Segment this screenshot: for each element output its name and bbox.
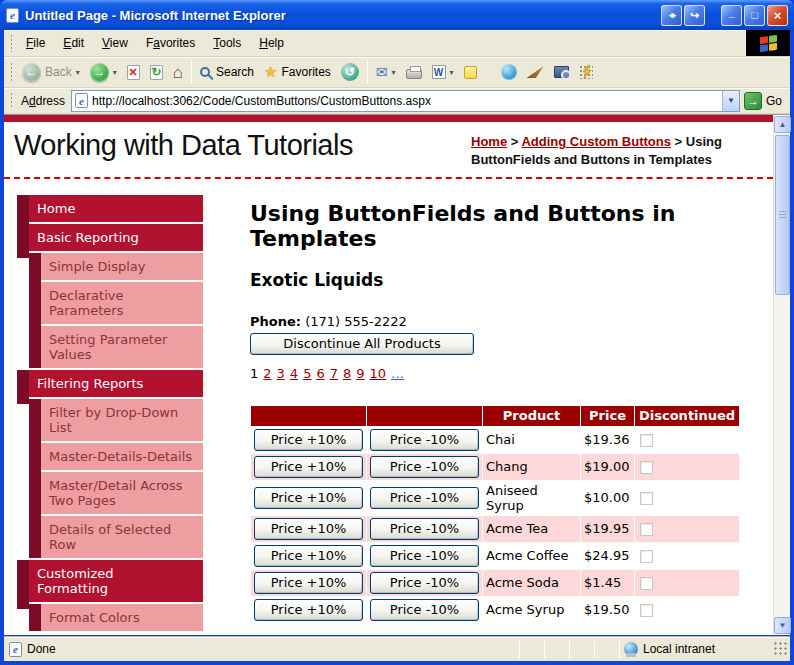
- browser-window: Untitled Page - Microsoft Internet Explo…: [0, 0, 794, 665]
- price-minus-button[interactable]: Price -10%: [370, 572, 479, 594]
- pager-page-link[interactable]: 3: [277, 366, 285, 381]
- price-cell: $24.95: [581, 542, 635, 569]
- mail-button[interactable]: ✉ ▾: [371, 61, 401, 83]
- sidebar-item-basic-reporting[interactable]: Basic Reporting: [17, 224, 203, 251]
- menu-item-edit[interactable]: Edit: [54, 32, 93, 54]
- titlebar[interactable]: Untitled Page - Microsoft Internet Explo…: [0, 0, 794, 30]
- menubar-grip-handle[interactable]: [10, 34, 13, 52]
- stop-button[interactable]: [122, 62, 145, 83]
- refresh-button[interactable]: [145, 62, 168, 83]
- discontinued-checkbox[interactable]: [640, 604, 653, 617]
- price-plus-button[interactable]: Price +10%: [254, 456, 363, 478]
- pager-more-link[interactable]: …: [391, 366, 404, 381]
- web-components-button[interactable]: [574, 62, 598, 82]
- search-button[interactable]: Search: [195, 62, 259, 82]
- price-minus-button[interactable]: Price -10%: [370, 456, 479, 478]
- pager-page-link[interactable]: 5: [303, 366, 311, 381]
- address-input[interactable]: http://localhost:3062/Code/CustomButtons…: [71, 90, 740, 112]
- browse-web-button[interactable]: [496, 61, 522, 83]
- discontinued-checkbox[interactable]: [640, 577, 653, 590]
- address-dropdown-button[interactable]: ▼: [722, 91, 739, 111]
- price-plus-button[interactable]: Price +10%: [254, 545, 363, 567]
- menu-item-view[interactable]: View: [93, 32, 137, 54]
- pager-page-link[interactable]: 6: [316, 366, 324, 381]
- print-button[interactable]: [401, 62, 427, 82]
- sidebar-item-details-of-selected-row[interactable]: Details of Selected Row: [41, 516, 203, 558]
- sidebar-item-master-details-details[interactable]: Master-Details-Details: [41, 443, 203, 470]
- sidebar-item-filter-by-drop-down-list[interactable]: Filter by Drop-Down List: [41, 399, 203, 441]
- breadcrumb-link[interactable]: Adding Custom Buttons: [521, 134, 670, 149]
- address-url[interactable]: http://localhost:3062/Code/CustomButtons…: [92, 94, 718, 108]
- pager-page-link[interactable]: 4: [290, 366, 298, 381]
- discontinue-all-button[interactable]: Discontinue All Products: [250, 333, 474, 355]
- edit-with-word-button[interactable]: ▾: [427, 62, 459, 82]
- price-minus-button[interactable]: Price -10%: [370, 518, 479, 540]
- discontinued-checkbox[interactable]: [640, 434, 653, 447]
- reference-button[interactable]: [549, 63, 574, 81]
- pager-page-link[interactable]: 8: [343, 366, 351, 381]
- price-minus-button[interactable]: Price -10%: [370, 599, 479, 621]
- discontinued-checkbox[interactable]: [640, 523, 653, 536]
- content-row: HomeBasic ReportingSimple DisplayDeclara…: [4, 179, 773, 633]
- scroll-up-button[interactable]: ▲: [774, 116, 791, 133]
- sidebar-item-customized-formatting[interactable]: Customized Formatting: [17, 560, 203, 602]
- price-plus-button[interactable]: Price +10%: [254, 487, 363, 509]
- mail-dropdown-chevron-icon[interactable]: ▾: [392, 68, 396, 77]
- menu-item-tools[interactable]: Tools: [204, 32, 250, 54]
- vertical-scrollbar[interactable]: ▲ ▼: [773, 115, 790, 635]
- history-button[interactable]: [336, 60, 364, 84]
- price-minus-button[interactable]: Price -10%: [370, 545, 479, 567]
- sidebar-item-master-detail-across-two-pages[interactable]: Master/Detail Across Two Pages: [41, 472, 203, 514]
- minimize-icon: _: [728, 6, 734, 18]
- menu-item-file[interactable]: File: [17, 32, 54, 54]
- sidebar-item-format-colors[interactable]: Format Colors: [41, 604, 203, 631]
- menu-item-favorites[interactable]: Favorites: [137, 32, 204, 54]
- zone-text: Local intranet: [643, 642, 715, 656]
- page-content: Working with Data Tutorials Home > Addin…: [4, 115, 773, 635]
- sidebar-item-declarative-parameters[interactable]: Declarative Parameters: [41, 282, 203, 324]
- pager-page-link[interactable]: 7: [330, 366, 338, 381]
- sidebar-item-simple-display[interactable]: Simple Display: [41, 253, 203, 280]
- search-icon: [200, 67, 210, 77]
- detach-window-button[interactable]: ↪: [684, 5, 705, 26]
- discuss-button[interactable]: [459, 63, 482, 82]
- forward-dropdown-chevron-icon[interactable]: ▾: [113, 68, 117, 77]
- pan-arrows-button[interactable]: ◂▸: [661, 5, 682, 26]
- research-button[interactable]: [522, 63, 549, 81]
- sidebar-item-filtering-reports[interactable]: Filtering Reports: [17, 370, 203, 397]
- price-plus-button[interactable]: Price +10%: [254, 572, 363, 594]
- edit-dropdown-chevron-icon[interactable]: ▾: [450, 68, 454, 77]
- discontinued-checkbox[interactable]: [640, 492, 653, 505]
- minimize-button[interactable]: _: [721, 5, 742, 26]
- price-plus-button[interactable]: Price +10%: [254, 429, 363, 451]
- scrollbar-thumb[interactable]: [775, 135, 790, 295]
- addressbar-grip-handle[interactable]: [10, 92, 13, 110]
- resize-grip[interactable]: [774, 642, 788, 656]
- sidebar-item-home[interactable]: Home: [17, 195, 203, 222]
- price-minus-button[interactable]: Price -10%: [370, 429, 479, 451]
- price-plus-button[interactable]: Price +10%: [254, 599, 363, 621]
- site-title: Working with Data Tutorials: [14, 129, 353, 162]
- back-dropdown-chevron-icon[interactable]: ▾: [76, 68, 80, 77]
- home-button[interactable]: ⌂: [168, 61, 188, 84]
- pager-page-link[interactable]: 9: [356, 366, 364, 381]
- discontinued-checkbox[interactable]: [640, 550, 653, 563]
- close-button[interactable]: ×: [767, 5, 788, 26]
- pager-page-link[interactable]: 2: [263, 366, 271, 381]
- browser-viewport: Working with Data Tutorials Home > Addin…: [4, 114, 790, 635]
- scroll-down-button[interactable]: ▼: [774, 617, 791, 634]
- maximize-button[interactable]: □: [744, 5, 765, 26]
- sidebar-nav: HomeBasic ReportingSimple DisplayDeclara…: [17, 195, 203, 633]
- forward-button[interactable]: → ▾: [85, 60, 122, 85]
- go-button[interactable]: → Go: [740, 91, 788, 111]
- breadcrumb-link[interactable]: Home: [471, 134, 507, 149]
- price-minus-button[interactable]: Price -10%: [370, 487, 479, 509]
- sidebar-item-setting-parameter-values[interactable]: Setting Parameter Values: [41, 326, 203, 368]
- back-button[interactable]: ← Back ▾: [17, 60, 85, 85]
- price-plus-button[interactable]: Price +10%: [254, 518, 363, 540]
- favorites-button[interactable]: ★ Favorites: [259, 60, 336, 84]
- menu-item-help[interactable]: Help: [250, 32, 293, 54]
- discontinued-checkbox[interactable]: [640, 461, 653, 474]
- pager-page-link[interactable]: 10: [370, 366, 387, 381]
- toolbar-grip-handle[interactable]: [10, 62, 13, 83]
